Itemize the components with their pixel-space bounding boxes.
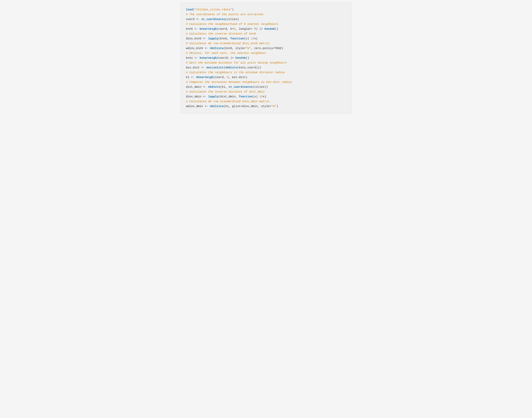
line-17-default: (k1, <box>220 85 229 89</box>
line-19-default: (x) <box>253 95 259 98</box>
line-5-default: , longlat= T) <box>235 27 259 31</box>
line-9: wdinv_knn5 <- nb2listw(knn5, style="W", … <box>186 46 346 51</box>
line-11-default: (coord) <box>217 56 230 59</box>
line-12: # Gets the minimum distance for all unit… <box>186 60 346 65</box>
line-9-default: wdinv_knn5 <- <box>186 47 210 50</box>
line-10: # Obtains, for each unit, the nearest ne… <box>186 51 346 56</box>
line-16: # Computes the distances between neighbo… <box>186 80 346 85</box>
line-8: # Calculates de row-standardized dinv_kn… <box>186 41 346 46</box>
line-19-default: (dist_dmin, <box>218 95 239 98</box>
line-3: coord <- st_coordinates(cities) <box>186 17 346 22</box>
line-11: knn1 <- knearneigh(coord) |> knn2nb() <box>186 56 346 60</box>
line-13: min.dist <- max(unlist(nbdists(knn1,coor… <box>186 65 346 70</box>
line-11-func: knn2nb <box>235 56 246 59</box>
line-1-string: "chilean_cities.rdata" <box>195 8 232 11</box>
line-7-func: lapply <box>208 37 218 40</box>
code-container: load("chilean_cities.rdata")# The coordi… <box>181 3 351 113</box>
line-1-default: ( <box>193 8 195 11</box>
line-19-number: 1 <box>259 95 261 98</box>
line-11-default: knn1 <- <box>186 56 200 59</box>
line-1-default: ) <box>232 8 234 11</box>
line-7-default: /x) <box>253 37 258 40</box>
line-13-func: nbdists <box>225 66 237 69</box>
line-5-default: |> <box>259 27 265 31</box>
line-17-func: st_coordinates <box>229 85 253 89</box>
line-7-default: (knn5, <box>218 37 230 40</box>
line-21-default: wdinv_dmin <- <box>186 105 210 108</box>
line-13-default: (knn1,coord))) <box>237 66 261 69</box>
line-5-number: 5 <box>234 27 235 31</box>
line-17-default: (cities)) <box>253 85 268 89</box>
line-5: knn5 <- knearneigh(coord, k=5, longlat= … <box>186 27 346 31</box>
line-13-default: min.dist <- <box>186 66 207 69</box>
line-9-string: "W" <box>246 47 251 50</box>
line-13-func: unlist <box>213 66 223 69</box>
line-14: # Calculates the neighbours in the minim… <box>186 70 346 75</box>
line-4: # Calculates the neighbourhood of 5 near… <box>186 22 346 27</box>
line-2-comment: # The coordinates of the points are extr… <box>186 13 265 16</box>
line-15-default: (coord, <box>213 76 227 79</box>
line-20: # Calculates de row-standardized dinv_dm… <box>186 99 346 104</box>
line-15-default: k1 <- <box>186 76 196 79</box>
line-5-default: (coord, k= <box>217 27 234 31</box>
line-5-default: () <box>275 27 278 31</box>
line-17-func: nbdists <box>208 85 220 89</box>
line-3-default: coord <- <box>186 18 201 21</box>
line-5-func: knearneigh <box>200 27 217 31</box>
line-10-comment: # Obtains, for each unit, the nearest ne… <box>186 51 268 55</box>
line-21-func: nb2listw <box>210 105 223 108</box>
line-11-default: () <box>246 56 249 59</box>
line-19-func: lapply <box>208 95 218 98</box>
line-6: # Calculates the inverse distance of knn… <box>186 31 346 36</box>
line-7-func: function <box>230 37 244 40</box>
line-16-comment: # Computes the distances between neighbo… <box>186 81 292 84</box>
line-13-default: ( <box>211 66 213 69</box>
line-9-default: (knn5, style= <box>223 47 246 50</box>
line-14-comment: # Calculates the neighbours in the minim… <box>186 71 285 74</box>
line-21-default: ) <box>276 105 278 108</box>
line-1: load("chilean_cities.rdata") <box>186 7 346 12</box>
line-13-func: max <box>207 66 211 69</box>
line-8-comment: # Calculates de row-standardized dinv_kn… <box>186 42 270 45</box>
line-6-comment: # Calculates the inverse distance of knn… <box>186 32 256 35</box>
line-4-comment: # Calculates the neighbourhood of 5 near… <box>186 23 278 26</box>
line-3-func: st_coordinates <box>201 18 225 21</box>
line-19-default: /x) <box>261 95 266 98</box>
line-21: wdinv_dmin <- nb2listw(k1, glist=dinv_dm… <box>186 104 346 109</box>
line-21-string: "W" <box>271 105 276 108</box>
line-11-default: |> <box>230 56 235 59</box>
line-15-default: , min.dist) <box>229 76 247 79</box>
line-7-default: (x) <box>244 37 251 40</box>
code-block: load("chilean_cities.rdata")# The coordi… <box>186 7 346 109</box>
line-13-default: ( <box>223 66 225 69</box>
line-7-default: dinv_knn5 <- <box>186 37 208 40</box>
line-18-comment: # Calculates the inverse distance of dis… <box>186 90 265 93</box>
line-9-default: , zero.policy=TRUE) <box>251 47 283 50</box>
line-12-comment: # Gets the minimum distance for all unit… <box>186 61 287 64</box>
line-19-default: dinv_dmin <- <box>186 95 208 98</box>
line-17: dist_dmin <- nbdists(k1, st_coordinates(… <box>186 85 346 89</box>
line-19: dinv_dmin <- lapply(dist_dmin, function(… <box>186 94 346 99</box>
line-15-func: dnearneigh <box>196 76 213 79</box>
line-2: # The coordinates of the points are extr… <box>186 12 346 17</box>
line-20-comment: # Calculates de row-standardized dinv_dm… <box>186 100 270 103</box>
line-7-number: 1 <box>251 37 253 40</box>
line-18: # Calculates the inverse distance of dis… <box>186 89 346 94</box>
line-3-default: (cities) <box>225 18 239 21</box>
line-21-default: (k1, glist=dinv_dmin, style= <box>223 105 271 108</box>
line-5-default: knn5 <- <box>186 27 200 31</box>
line-5-func: knn2nb <box>265 27 275 31</box>
line-15: k1 <- dnearneigh(coord, 0, min.dist) <box>186 75 346 80</box>
line-11-func: knearneigh <box>200 56 217 59</box>
line-1-func: load <box>186 8 193 11</box>
line-15-number: 0 <box>227 76 229 79</box>
line-7: dinv_knn5 <- lapply(knn5, function(x) 1/… <box>186 36 346 41</box>
line-17-default: dist_dmin <- <box>186 85 208 89</box>
line-9-func: nb2listw <box>210 47 223 50</box>
line-19-func: function <box>239 95 253 98</box>
